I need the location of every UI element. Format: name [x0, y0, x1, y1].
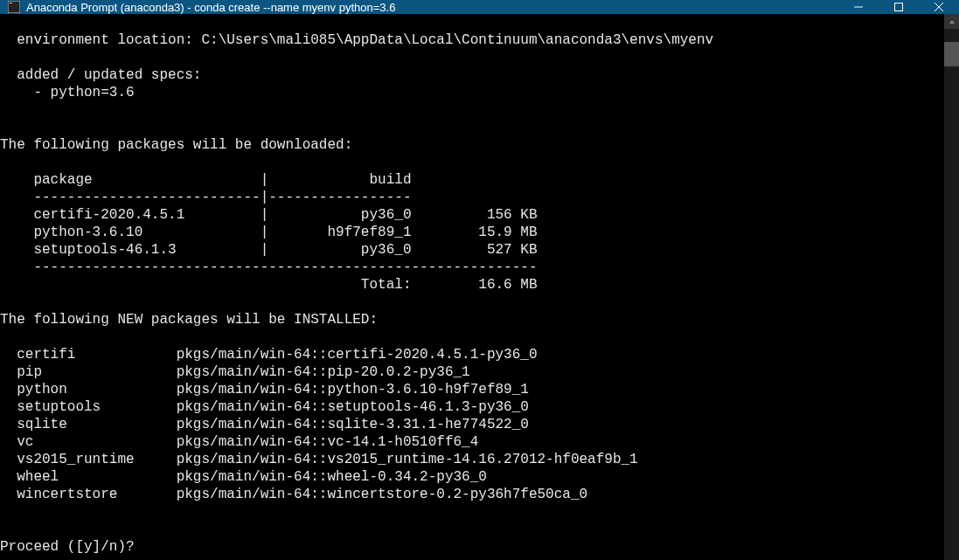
install-row: vc pkgs/main/win-64::vc-14.1-h0510ff6_4 [0, 434, 478, 450]
scroll-up-arrow-icon[interactable] [944, 14, 959, 29]
install-row: sqlite pkgs/main/win-64::sqlite-3.31.1-h… [0, 417, 529, 432]
install-row: vs2015_runtime pkgs/main/win-64::vs2015_… [0, 452, 638, 467]
total-divider: ----------------------------------------… [0, 259, 538, 275]
terminal-output[interactable]: environment location: C:\Users\mali085\A… [0, 14, 944, 560]
install-row: pip pkgs/main/win-64::pip-20.0.2-py36_1 [0, 364, 470, 380]
vertical-scrollbar[interactable] [944, 14, 959, 560]
terminal-window: Anaconda Prompt (anaconda3) - conda crea… [0, 0, 959, 560]
env-location-value: C:\Users\mali085\AppData\Local\Continuum… [201, 32, 713, 48]
window-controls [838, 0, 959, 14]
install-row: setuptools pkgs/main/win-64::setuptools-… [0, 399, 529, 415]
svg-rect-3 [895, 3, 903, 11]
proceed-prompt[interactable]: Proceed ([y]/n)? [0, 539, 135, 555]
added-updated-label: added / updated specs: [0, 67, 201, 83]
install-row: wheel pkgs/main/win-64::wheel-0.34.2-py3… [0, 469, 487, 485]
svg-rect-1 [10, 3, 12, 3]
env-location-label: environment location: [0, 32, 201, 48]
terminal-text: environment location: C:\Users\mali085\A… [0, 31, 944, 556]
close-button[interactable] [919, 0, 959, 14]
download-row: python-3.6.10 | h9f7ef89_1 15.9 MB [0, 225, 538, 240]
download-row: setuptools-46.1.3 | py36_0 527 KB [0, 242, 538, 258]
titlebar[interactable]: Anaconda Prompt (anaconda3) - conda crea… [0, 0, 959, 14]
content-area: environment location: C:\Users\mali085\A… [0, 14, 959, 560]
table-divider: ---------------------------|------------… [0, 190, 411, 205]
window-title: Anaconda Prompt (anaconda3) - conda crea… [26, 1, 838, 14]
app-icon [7, 0, 21, 14]
install-header: The following NEW packages will be INSTA… [0, 312, 378, 328]
maximize-button[interactable] [879, 0, 919, 14]
spec-line: - python=3.6 [0, 85, 135, 100]
download-row: certifi-2020.4.5.1 | py36_0 156 KB [0, 207, 538, 223]
table-header: package | build [0, 172, 411, 188]
downloads-header: The following packages will be downloade… [0, 137, 352, 153]
svg-marker-6 [949, 20, 955, 24]
install-row: wincertstore pkgs/main/win-64::wincertst… [0, 487, 587, 502]
scroll-thumb[interactable] [944, 42, 959, 66]
minimize-button[interactable] [838, 0, 879, 14]
total-line: Total: 16.6 MB [0, 277, 538, 293]
install-row: certifi pkgs/main/win-64::certifi-2020.4… [0, 347, 538, 363]
install-row: python pkgs/main/win-64::python-3.6.10-h… [0, 382, 529, 398]
